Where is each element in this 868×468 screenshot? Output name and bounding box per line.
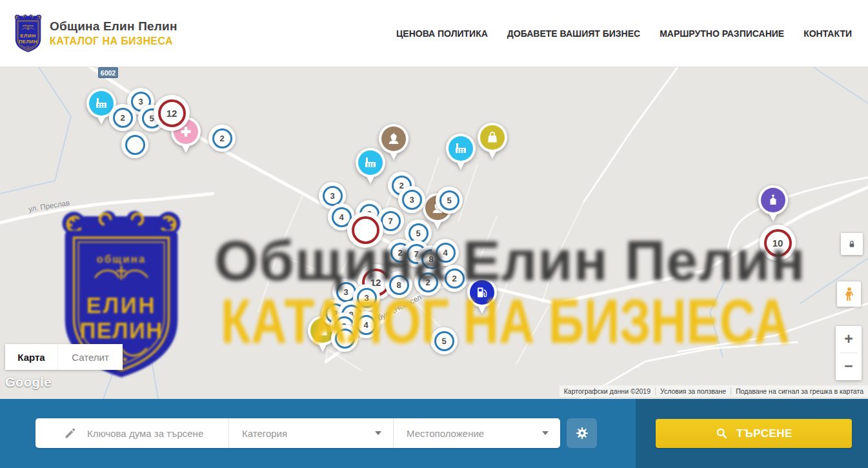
nav-item[interactable]: МАРШРУТНО РАЗПИСАНИЕ (660, 28, 784, 39)
zoom-out-button[interactable]: − (836, 353, 862, 380)
nav-item[interactable]: КОНТАКТИ (803, 28, 852, 39)
location-select-value: Местоположение (407, 428, 484, 439)
pencil-icon (64, 427, 77, 440)
cluster-marker[interactable]: 2 (441, 265, 468, 292)
cluster-count: 8 (389, 275, 409, 295)
cluster-marker[interactable]: 2 (414, 269, 441, 296)
zoom-control: + − (836, 326, 862, 380)
factory-icon (453, 141, 469, 156)
nav-item[interactable]: ДОБАВЕТЕ ВАШИЯТ БИЗНЕС (507, 28, 640, 39)
map-type-control: Карта Сателит (5, 344, 123, 370)
fuel-pin-marker[interactable] (467, 278, 497, 318)
cluster-count: 3 (402, 190, 422, 210)
cluster-count: 4 (436, 243, 456, 263)
municipality-emblem-logo: община ЕЛИН ПЕЛИН (13, 13, 43, 54)
bag-pin-marker[interactable] (478, 123, 507, 163)
factory-icon (363, 155, 378, 170)
cluster-marker[interactable]: 5 (436, 187, 463, 214)
attribution-text: Картографски данни ©2019 (560, 387, 655, 395)
cluster-count: 2 (113, 108, 133, 128)
fuel-icon (474, 285, 490, 300)
pin-circle (478, 123, 507, 152)
cluster-marker[interactable] (347, 212, 383, 248)
main-nav: ЦЕНОВА ПОЛИТИКАДОБАВЕТЕ ВАШИЯТ БИЗНЕСМАР… (396, 28, 852, 39)
markers-layer: 32512223534675278412822333834510 (0, 67, 868, 399)
pegman-icon (841, 285, 858, 304)
cluster-marker[interactable] (121, 131, 148, 158)
google-logo[interactable]: Google (5, 375, 52, 390)
svg-text:община: община (23, 24, 34, 26)
category-select[interactable]: Категория (229, 418, 394, 448)
attribution-link[interactable]: Условия за ползване (655, 387, 731, 395)
cluster-count: 4 (356, 315, 376, 335)
worker-icon (386, 131, 401, 147)
brand-text: Община Елин Пелин КАТАЛОГ НА БИЗНЕСА (50, 19, 177, 47)
lock-icon (847, 239, 857, 249)
bag-icon (485, 130, 500, 145)
map[interactable]: 6002 32512223534675278412822333834510 об… (0, 67, 868, 399)
cluster-count: 5 (434, 331, 454, 351)
map-type-map-button[interactable]: Карта (5, 344, 57, 370)
pegman-street-view[interactable] (837, 281, 861, 307)
factory-icon (94, 96, 109, 111)
zoom-in-button[interactable]: + (836, 326, 862, 352)
svg-text:ЕЛИН: ЕЛИН (20, 33, 36, 39)
cluster-marker[interactable]: 8 (385, 271, 412, 298)
cluster-count: 2 (445, 269, 465, 289)
advanced-settings-button[interactable] (567, 418, 597, 448)
cluster-count: 2 (212, 128, 232, 148)
svg-text:ПЕЛИН: ПЕЛИН (19, 39, 37, 45)
worker-pin-marker[interactable] (379, 124, 409, 164)
attribution-link[interactable]: Подаване на сигнал за грешка в картата (731, 387, 868, 395)
pin-circle (379, 124, 409, 154)
brand-link[interactable]: община ЕЛИН ПЕЛИН Община Елин Пелин КАТА… (13, 13, 177, 54)
map-attribution: Картографски данни ©2019Условия за ползв… (560, 385, 868, 397)
cluster-count: 2 (418, 272, 438, 292)
church-pin-marker[interactable] (758, 185, 788, 225)
church-icon (765, 192, 781, 208)
search-icon (715, 427, 729, 440)
cluster-marker[interactable]: 3 (398, 186, 425, 213)
cluster-marker[interactable]: 4 (432, 239, 459, 266)
search-button[interactable]: ТЪРСЕНЕ (656, 419, 852, 448)
pin-circle (446, 134, 476, 163)
cluster-count (352, 216, 379, 244)
chevron-down-icon (542, 431, 549, 435)
cluster-count: 3 (323, 186, 343, 206)
screen: община ЕЛИН ПЕЛИН Община Елин Пелин КАТА… (0, 0, 868, 468)
category-select-value: Категория (242, 428, 287, 439)
search-button-label: ТЪРСЕНЕ (736, 427, 792, 440)
search-bar: Категория Местоположение (0, 399, 868, 468)
site-title: Община Елин Пелин (50, 19, 177, 34)
factory-pin-marker[interactable] (446, 134, 476, 174)
map-type-satellite-button[interactable]: Сателит (57, 344, 123, 370)
location-select[interactable]: Местоположение (394, 418, 560, 448)
cluster-marker[interactable]: 2 (208, 125, 236, 152)
chevron-down-icon (375, 431, 381, 435)
cluster-marker[interactable]: 10 (760, 225, 796, 261)
gear-icon (575, 426, 589, 440)
cluster-count (125, 135, 145, 155)
nav-item[interactable]: ЦЕНОВА ПОЛИТИКА (396, 28, 488, 39)
cluster-marker[interactable]: 5 (430, 327, 458, 354)
site-subtitle: КАТАЛОГ НА БИЗНЕСА (50, 36, 177, 47)
pin-circle (758, 185, 788, 215)
cluster-marker[interactable]: 2 (109, 104, 136, 131)
pin-circle (467, 278, 497, 307)
cluster-count: 7 (381, 211, 401, 231)
cluster-marker[interactable] (331, 325, 358, 352)
cluster-count: 12 (158, 99, 186, 127)
keyword-search-input[interactable] (87, 428, 226, 439)
header: община ЕЛИН ПЕЛИН Община Елин Пелин КАТА… (0, 0, 868, 67)
cluster-count: 10 (764, 229, 792, 257)
scroll-lock-button[interactable] (841, 233, 863, 255)
cluster-marker[interactable]: 12 (154, 95, 190, 131)
cluster-count: 5 (439, 190, 459, 210)
search-form: Категория Местоположение (35, 418, 560, 448)
keyword-field-wrap (35, 418, 229, 448)
cluster-count (335, 329, 355, 349)
